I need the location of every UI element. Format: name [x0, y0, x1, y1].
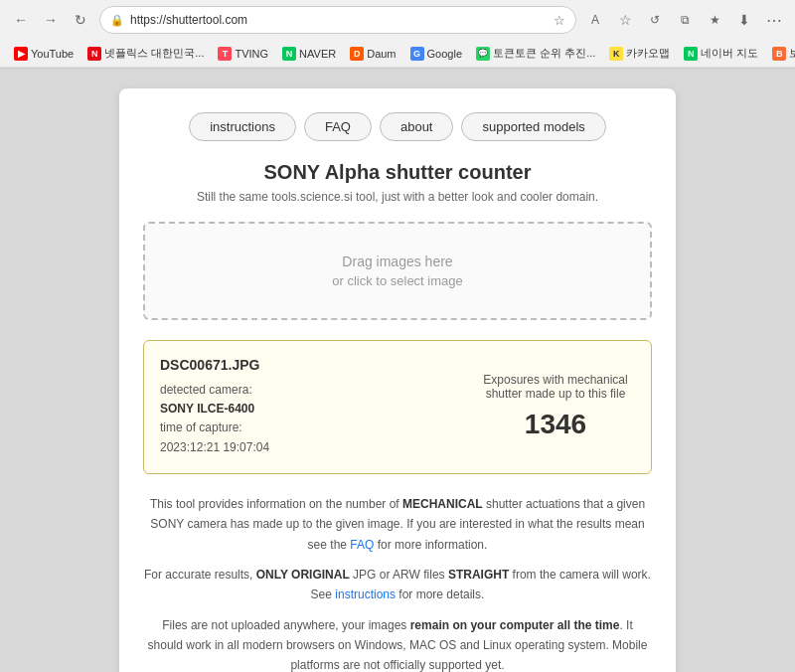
- browser-chrome: ← → ↻ 🔒 https://shuttertool.com ☆ A ☆ ↺ …: [0, 0, 795, 69]
- bookmark-label: NAVER: [299, 48, 336, 60]
- bookmark-google[interactable]: G Google: [404, 44, 468, 64]
- shutter-count: 1346: [476, 409, 635, 440]
- result-card: DSC00671.JPG detected camera: SONY ILCE-…: [143, 340, 652, 474]
- result-right: Exposures with mechanical shutter made u…: [476, 373, 635, 440]
- bookmark-label: Google: [427, 48, 462, 60]
- fav-button[interactable]: ★: [702, 7, 727, 33]
- profile-button[interactable]: A: [582, 7, 608, 33]
- page-subtitle: Still the same tools.science.si tool, ju…: [143, 190, 652, 204]
- naver-icon: N: [282, 47, 296, 61]
- bold-mechanical: MECHANICAL: [402, 497, 483, 511]
- main-card: instructions FAQ about supported models …: [119, 88, 676, 672]
- info-para1: This tool provides information on the nu…: [143, 494, 652, 555]
- bookmark-label: 토큰토큰 순위 추진...: [493, 46, 595, 61]
- drop-zone[interactable]: Drag images here or click to select imag…: [143, 222, 652, 320]
- browser-actions: A ☆ ↺ ⧉ ★ ⬇ ⋯: [582, 7, 787, 33]
- daum-icon: D: [350, 47, 364, 61]
- bookmarks-bar: ▶ YouTube N 넷플릭스 대한민국... T TVING N NAVER…: [0, 40, 795, 68]
- kakao-icon: K: [609, 47, 623, 61]
- faq-link[interactable]: FAQ: [350, 538, 374, 552]
- bookmark-label: 카카오맵: [626, 46, 670, 61]
- tab-button[interactable]: ⧉: [672, 7, 698, 33]
- result-filename: DSC00671.JPG: [160, 357, 269, 373]
- time-label: time of capture:: [160, 420, 242, 434]
- download-button[interactable]: ⬇: [731, 7, 757, 33]
- bookmark-token[interactable]: 💬 토큰토큰 순위 추진...: [470, 43, 601, 64]
- info-section: This tool provides information on the nu…: [143, 494, 652, 672]
- bookmark-tving[interactable]: T TVING: [212, 44, 274, 64]
- tab-faq[interactable]: FAQ: [304, 112, 372, 141]
- result-left: DSC00671.JPG detected camera: SONY ILCE-…: [160, 357, 269, 457]
- tab-about[interactable]: about: [380, 112, 454, 141]
- nav-buttons: ← → ↻: [8, 7, 93, 33]
- bookmark-kakaomap[interactable]: K 카카오맵: [603, 43, 676, 64]
- google-icon: G: [410, 47, 424, 61]
- bookmark-label: 네이버 지도: [701, 46, 758, 61]
- star-icon: ☆: [554, 13, 565, 28]
- netflix-icon: N: [87, 47, 101, 61]
- bobo-icon: B: [772, 47, 786, 61]
- bookmark-naver[interactable]: N NAVER: [276, 44, 342, 64]
- timestamp: 2023:12:21 19:07:04: [160, 440, 269, 454]
- bold-remain: remain on your computer all the time: [410, 618, 620, 632]
- bookmark-button[interactable]: ☆: [612, 7, 638, 33]
- reload-button[interactable]: ↻: [68, 7, 93, 33]
- bookmark-label: 보보드림 - 중고자...: [789, 46, 795, 61]
- youtube-icon: ▶: [14, 47, 28, 61]
- camera-name: SONY ILCE-6400: [160, 402, 254, 416]
- token-icon: 💬: [476, 47, 490, 61]
- bookmark-label: 넷플릭스 대한민국...: [104, 46, 204, 61]
- info-para2: For accurate results, ONLY ORIGINAL JPG …: [143, 565, 652, 605]
- address-bar[interactable]: 🔒 https://shuttertool.com ☆: [99, 6, 576, 34]
- bookmark-youtube[interactable]: ▶ YouTube: [8, 44, 80, 64]
- forward-button[interactable]: →: [38, 7, 64, 33]
- bookmark-label: Daum: [367, 48, 396, 60]
- more-button[interactable]: ⋯: [761, 7, 787, 33]
- bookmark-netflix[interactable]: N 넷플릭스 대한민국...: [81, 43, 210, 64]
- url-text: https://shuttertool.com: [130, 13, 548, 27]
- history-button[interactable]: ↺: [642, 7, 668, 33]
- exposures-label: Exposures with mechanical shutter made u…: [483, 373, 627, 401]
- lock-icon: 🔒: [110, 14, 124, 27]
- nav-tabs: instructions FAQ about supported models: [143, 112, 652, 141]
- bookmark-bobodream[interactable]: B 보보드림 - 중고자...: [766, 43, 795, 64]
- bookmark-daum[interactable]: D Daum: [344, 44, 401, 64]
- result-camera-info: detected camera: SONY ILCE-6400 time of …: [160, 381, 269, 457]
- page-content: instructions FAQ about supported models …: [0, 69, 795, 672]
- detected-camera-label: detected camera:: [160, 383, 252, 397]
- tving-icon: T: [218, 47, 232, 61]
- info-para3: Files are not uploaded anywhere, your im…: [143, 615, 652, 672]
- page-title: SONY Alpha shutter counter: [143, 161, 652, 184]
- drop-zone-text-1: Drag images here: [175, 253, 620, 269]
- navermap-icon: N: [684, 47, 698, 61]
- bookmark-label: YouTube: [31, 48, 74, 60]
- bookmark-label: TVING: [235, 48, 268, 60]
- tab-instructions[interactable]: instructions: [189, 112, 296, 141]
- browser-toolbar: ← → ↻ 🔒 https://shuttertool.com ☆ A ☆ ↺ …: [0, 0, 795, 40]
- instructions-link[interactable]: instructions: [335, 588, 396, 601]
- back-button[interactable]: ←: [8, 7, 34, 33]
- bold-straight: STRAIGHT: [448, 568, 509, 582]
- tab-supported-models[interactable]: supported models: [461, 112, 605, 141]
- bold-only-original: ONLY ORIGINAL: [256, 568, 350, 582]
- bookmark-navermap[interactable]: N 네이버 지도: [678, 43, 764, 64]
- drop-zone-text-2: or click to select image: [175, 273, 620, 288]
